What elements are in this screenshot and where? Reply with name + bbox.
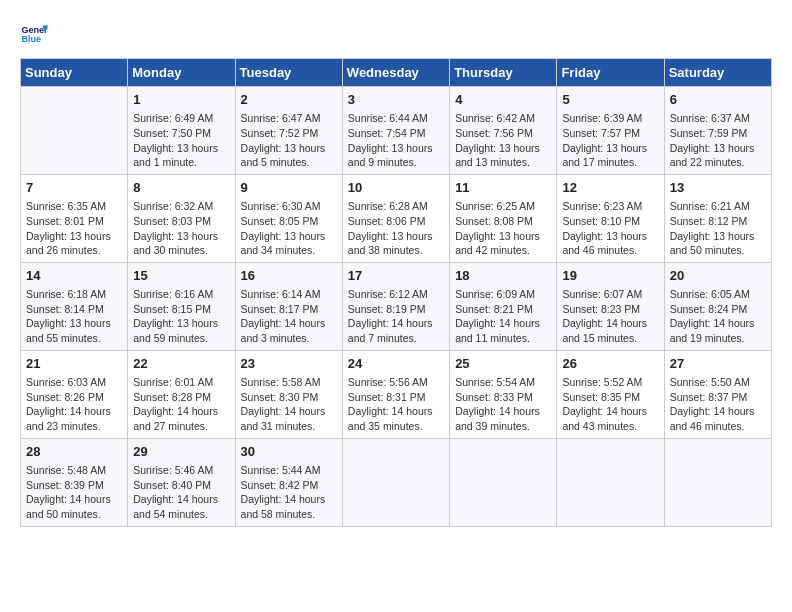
- day-number: 28: [26, 443, 122, 461]
- day-number: 21: [26, 355, 122, 373]
- day-cell: 20Sunrise: 6:05 AMSunset: 8:24 PMDayligh…: [664, 262, 771, 350]
- day-cell: 3Sunrise: 6:44 AMSunset: 7:54 PMDaylight…: [342, 87, 449, 175]
- day-number: 30: [241, 443, 337, 461]
- day-cell: [450, 438, 557, 526]
- day-info: Sunrise: 6:05 AMSunset: 8:24 PMDaylight:…: [670, 287, 766, 346]
- day-cell: 12Sunrise: 6:23 AMSunset: 8:10 PMDayligh…: [557, 174, 664, 262]
- day-number: 2: [241, 91, 337, 109]
- day-number: 29: [133, 443, 229, 461]
- day-number: 8: [133, 179, 229, 197]
- day-number: 1: [133, 91, 229, 109]
- day-cell: 24Sunrise: 5:56 AMSunset: 8:31 PMDayligh…: [342, 350, 449, 438]
- week-row-5: 28Sunrise: 5:48 AMSunset: 8:39 PMDayligh…: [21, 438, 772, 526]
- day-info: Sunrise: 6:42 AMSunset: 7:56 PMDaylight:…: [455, 111, 551, 170]
- day-cell: 5Sunrise: 6:39 AMSunset: 7:57 PMDaylight…: [557, 87, 664, 175]
- header-monday: Monday: [128, 59, 235, 87]
- day-info: Sunrise: 6:39 AMSunset: 7:57 PMDaylight:…: [562, 111, 658, 170]
- calendar-table: SundayMondayTuesdayWednesdayThursdayFrid…: [20, 58, 772, 527]
- day-cell: 29Sunrise: 5:46 AMSunset: 8:40 PMDayligh…: [128, 438, 235, 526]
- day-number: 26: [562, 355, 658, 373]
- header-row: SundayMondayTuesdayWednesdayThursdayFrid…: [21, 59, 772, 87]
- day-info: Sunrise: 5:52 AMSunset: 8:35 PMDaylight:…: [562, 375, 658, 434]
- day-number: 18: [455, 267, 551, 285]
- header-friday: Friday: [557, 59, 664, 87]
- day-info: Sunrise: 6:47 AMSunset: 7:52 PMDaylight:…: [241, 111, 337, 170]
- day-number: 12: [562, 179, 658, 197]
- day-cell: 7Sunrise: 6:35 AMSunset: 8:01 PMDaylight…: [21, 174, 128, 262]
- day-info: Sunrise: 5:50 AMSunset: 8:37 PMDaylight:…: [670, 375, 766, 434]
- day-cell: 19Sunrise: 6:07 AMSunset: 8:23 PMDayligh…: [557, 262, 664, 350]
- day-cell: 26Sunrise: 5:52 AMSunset: 8:35 PMDayligh…: [557, 350, 664, 438]
- day-info: Sunrise: 6:14 AMSunset: 8:17 PMDaylight:…: [241, 287, 337, 346]
- day-number: 13: [670, 179, 766, 197]
- day-info: Sunrise: 6:37 AMSunset: 7:59 PMDaylight:…: [670, 111, 766, 170]
- day-number: 24: [348, 355, 444, 373]
- day-number: 10: [348, 179, 444, 197]
- day-number: 15: [133, 267, 229, 285]
- day-info: Sunrise: 6:49 AMSunset: 7:50 PMDaylight:…: [133, 111, 229, 170]
- day-cell: 10Sunrise: 6:28 AMSunset: 8:06 PMDayligh…: [342, 174, 449, 262]
- day-info: Sunrise: 6:07 AMSunset: 8:23 PMDaylight:…: [562, 287, 658, 346]
- day-cell: 14Sunrise: 6:18 AMSunset: 8:14 PMDayligh…: [21, 262, 128, 350]
- day-info: Sunrise: 6:01 AMSunset: 8:28 PMDaylight:…: [133, 375, 229, 434]
- week-row-2: 7Sunrise: 6:35 AMSunset: 8:01 PMDaylight…: [21, 174, 772, 262]
- day-cell: 22Sunrise: 6:01 AMSunset: 8:28 PMDayligh…: [128, 350, 235, 438]
- day-cell: 11Sunrise: 6:25 AMSunset: 8:08 PMDayligh…: [450, 174, 557, 262]
- day-info: Sunrise: 5:56 AMSunset: 8:31 PMDaylight:…: [348, 375, 444, 434]
- day-number: 6: [670, 91, 766, 109]
- header-sunday: Sunday: [21, 59, 128, 87]
- day-info: Sunrise: 6:12 AMSunset: 8:19 PMDaylight:…: [348, 287, 444, 346]
- day-info: Sunrise: 6:09 AMSunset: 8:21 PMDaylight:…: [455, 287, 551, 346]
- day-cell: [664, 438, 771, 526]
- day-number: 3: [348, 91, 444, 109]
- day-info: Sunrise: 6:25 AMSunset: 8:08 PMDaylight:…: [455, 199, 551, 258]
- day-number: 14: [26, 267, 122, 285]
- day-cell: 1Sunrise: 6:49 AMSunset: 7:50 PMDaylight…: [128, 87, 235, 175]
- day-cell: 6Sunrise: 6:37 AMSunset: 7:59 PMDaylight…: [664, 87, 771, 175]
- day-number: 4: [455, 91, 551, 109]
- day-number: 22: [133, 355, 229, 373]
- day-info: Sunrise: 6:16 AMSunset: 8:15 PMDaylight:…: [133, 287, 229, 346]
- header-tuesday: Tuesday: [235, 59, 342, 87]
- week-row-4: 21Sunrise: 6:03 AMSunset: 8:26 PMDayligh…: [21, 350, 772, 438]
- day-info: Sunrise: 5:46 AMSunset: 8:40 PMDaylight:…: [133, 463, 229, 522]
- day-cell: 15Sunrise: 6:16 AMSunset: 8:15 PMDayligh…: [128, 262, 235, 350]
- day-cell: 9Sunrise: 6:30 AMSunset: 8:05 PMDaylight…: [235, 174, 342, 262]
- day-cell: 8Sunrise: 6:32 AMSunset: 8:03 PMDaylight…: [128, 174, 235, 262]
- day-number: 20: [670, 267, 766, 285]
- day-number: 23: [241, 355, 337, 373]
- week-row-1: 1Sunrise: 6:49 AMSunset: 7:50 PMDaylight…: [21, 87, 772, 175]
- day-cell: 27Sunrise: 5:50 AMSunset: 8:37 PMDayligh…: [664, 350, 771, 438]
- day-info: Sunrise: 6:35 AMSunset: 8:01 PMDaylight:…: [26, 199, 122, 258]
- day-cell: 21Sunrise: 6:03 AMSunset: 8:26 PMDayligh…: [21, 350, 128, 438]
- day-number: 25: [455, 355, 551, 373]
- day-cell: 23Sunrise: 5:58 AMSunset: 8:30 PMDayligh…: [235, 350, 342, 438]
- header-saturday: Saturday: [664, 59, 771, 87]
- day-number: 27: [670, 355, 766, 373]
- day-info: Sunrise: 5:58 AMSunset: 8:30 PMDaylight:…: [241, 375, 337, 434]
- day-cell: 2Sunrise: 6:47 AMSunset: 7:52 PMDaylight…: [235, 87, 342, 175]
- day-cell: [342, 438, 449, 526]
- day-cell: [557, 438, 664, 526]
- week-row-3: 14Sunrise: 6:18 AMSunset: 8:14 PMDayligh…: [21, 262, 772, 350]
- day-info: Sunrise: 5:54 AMSunset: 8:33 PMDaylight:…: [455, 375, 551, 434]
- day-cell: 18Sunrise: 6:09 AMSunset: 8:21 PMDayligh…: [450, 262, 557, 350]
- day-number: 9: [241, 179, 337, 197]
- logo-icon: General Blue: [20, 20, 48, 48]
- day-number: 17: [348, 267, 444, 285]
- day-number: 5: [562, 91, 658, 109]
- day-cell: 16Sunrise: 6:14 AMSunset: 8:17 PMDayligh…: [235, 262, 342, 350]
- header-wednesday: Wednesday: [342, 59, 449, 87]
- header-thursday: Thursday: [450, 59, 557, 87]
- day-cell: 13Sunrise: 6:21 AMSunset: 8:12 PMDayligh…: [664, 174, 771, 262]
- day-info: Sunrise: 6:21 AMSunset: 8:12 PMDaylight:…: [670, 199, 766, 258]
- day-cell: [21, 87, 128, 175]
- day-cell: 25Sunrise: 5:54 AMSunset: 8:33 PMDayligh…: [450, 350, 557, 438]
- day-number: 11: [455, 179, 551, 197]
- day-cell: 28Sunrise: 5:48 AMSunset: 8:39 PMDayligh…: [21, 438, 128, 526]
- svg-text:Blue: Blue: [21, 34, 41, 44]
- day-cell: 30Sunrise: 5:44 AMSunset: 8:42 PMDayligh…: [235, 438, 342, 526]
- day-number: 7: [26, 179, 122, 197]
- day-info: Sunrise: 5:44 AMSunset: 8:42 PMDaylight:…: [241, 463, 337, 522]
- day-info: Sunrise: 6:28 AMSunset: 8:06 PMDaylight:…: [348, 199, 444, 258]
